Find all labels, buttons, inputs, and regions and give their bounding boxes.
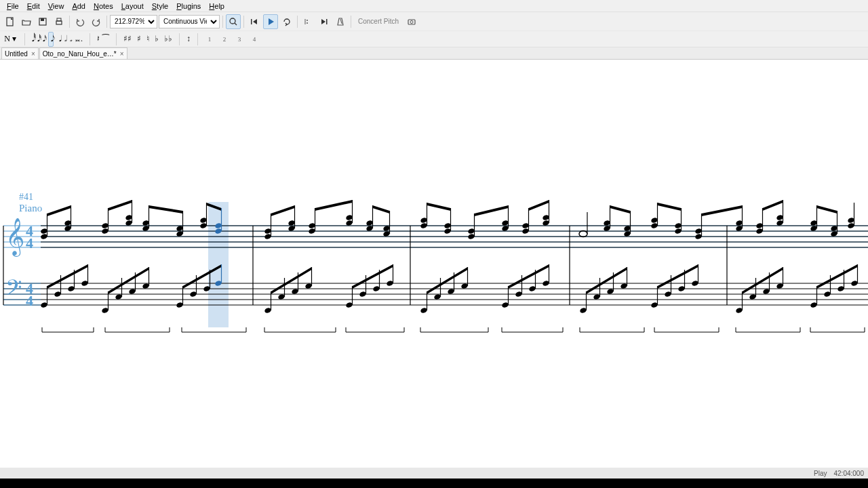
accidental-sharp[interactable]: ♯	[137, 34, 141, 44]
svg-marker-84	[315, 200, 353, 211]
svg-point-14	[410, 20, 413, 23]
playback-cursor	[208, 202, 229, 327]
svg-rect-3	[56, 21, 62, 24]
accidental-double-flat[interactable]: ♭♭	[164, 34, 172, 44]
voice-3[interactable]: 3	[235, 34, 244, 45]
zoom-tool[interactable]	[226, 14, 241, 29]
svg-marker-56	[108, 200, 132, 211]
flip-stem[interactable]: ↕	[186, 34, 191, 44]
concert-pitch-label: Concert Pitch	[354, 18, 403, 25]
voice-4[interactable]: 4	[250, 34, 259, 45]
status-position: 42:04:000	[834, 470, 865, 477]
menu-help[interactable]: Help	[205, 2, 229, 10]
svg-marker-126	[658, 203, 682, 211]
menu-plugins[interactable]: Plugins	[172, 2, 205, 10]
accidental-flat[interactable]: ♭	[155, 34, 159, 44]
menu-edit[interactable]: Edit	[23, 2, 44, 10]
svg-point-10	[307, 22, 308, 24]
close-icon[interactable]: ×	[120, 50, 124, 58]
staff-label: #41 Piano	[19, 192, 42, 214]
svg-rect-2	[41, 18, 44, 21]
svg-marker-133	[702, 205, 743, 216]
duration-8th[interactable]: 𝅘𝅥𝅮	[48, 32, 54, 47]
svg-point-9	[307, 20, 308, 21]
svg-line-6	[235, 23, 237, 25]
view-mode-select[interactable]: Continuous View	[159, 15, 220, 28]
svg-text:𝄢: 𝄢	[5, 276, 22, 304]
voice-1[interactable]: 1	[205, 34, 214, 45]
svg-rect-4	[57, 18, 61, 21]
menu-notes[interactable]: Notes	[90, 2, 117, 10]
svg-marker-105	[475, 205, 509, 216]
svg-marker-98	[427, 203, 451, 211]
svg-marker-192	[353, 264, 393, 289]
close-icon[interactable]: ×	[31, 50, 35, 58]
music-notation: 𝄞 𝄢 4 4 4 4	[0, 60, 868, 473]
tab-oto[interactable]: Oto_no_Naru_Hou_e…*×	[39, 47, 127, 59]
svg-marker-112	[529, 200, 549, 211]
menu-view[interactable]: View	[44, 2, 68, 10]
svg-point-286	[579, 231, 587, 237]
loop-button[interactable]	[279, 14, 294, 29]
status-bar: Play 42:04:000	[0, 468, 868, 479]
svg-marker-237	[743, 267, 783, 294]
document-tabs: Untitled× Oto_no_Naru_Hou_e…*×	[0, 47, 868, 60]
voice-2[interactable]: 2	[220, 34, 229, 45]
svg-marker-201	[427, 267, 468, 294]
note-input-toolbar: N ▾ 𝅘𝅥𝅱 𝅘𝅥𝅰 𝅘𝅥𝅯 𝅘𝅥𝅮 𝅘𝅥 𝅗𝅥 𝅗 𝅜 . 𝄽 ⁀ ♯♯ ♯…	[0, 31, 868, 47]
svg-marker-119	[610, 205, 631, 214]
svg-marker-228	[658, 264, 698, 289]
menu-style[interactable]: Style	[148, 2, 172, 10]
note-input-mode[interactable]: N ▾	[3, 32, 18, 47]
menubar: File Edit View Add Notes Layout Style Pl…	[0, 0, 868, 12]
svg-point-5	[230, 18, 235, 24]
svg-line-12	[340, 19, 342, 24]
svg-rect-7	[251, 19, 252, 24]
svg-marker-63	[149, 205, 183, 214]
svg-marker-147	[817, 205, 837, 214]
tie-toggle[interactable]: ⁀	[102, 34, 109, 44]
play-button[interactable]	[263, 14, 278, 29]
zoom-select[interactable]: 212.972%	[110, 15, 157, 28]
menu-layout[interactable]: Layout	[117, 2, 148, 10]
menu-add[interactable]: Add	[68, 2, 90, 10]
accidental-double-sharp[interactable]: ♯♯	[123, 34, 132, 44]
score-view[interactable]: #41 Piano	[0, 60, 868, 473]
svg-rect-11	[326, 19, 328, 24]
svg-marker-165	[108, 267, 149, 294]
screenshot-button[interactable]	[404, 14, 419, 29]
skip-button[interactable]	[317, 14, 332, 29]
status-mode: Play	[814, 470, 827, 477]
svg-marker-210	[509, 264, 549, 289]
svg-marker-49	[47, 205, 71, 216]
accidental-natural[interactable]: ♮	[146, 34, 149, 44]
bottom-border	[0, 479, 868, 488]
svg-marker-91	[373, 205, 390, 214]
svg-text:4: 4	[26, 292, 33, 309]
open-button[interactable]	[19, 14, 34, 29]
save-button[interactable]	[35, 14, 50, 29]
svg-marker-219	[587, 267, 627, 294]
main-toolbar: 212.972% Continuous View Concert Pitch	[0, 12, 868, 31]
metronome-button[interactable]	[333, 14, 348, 29]
svg-text:4: 4	[26, 235, 33, 251]
svg-marker-246	[817, 264, 858, 289]
svg-text:𝄞: 𝄞	[5, 218, 24, 257]
svg-marker-183	[271, 267, 312, 294]
svg-marker-140	[763, 200, 783, 211]
undo-button[interactable]	[73, 14, 87, 29]
new-button[interactable]	[3, 14, 18, 29]
menu-file[interactable]: File	[3, 2, 23, 10]
repeat-button[interactable]	[300, 14, 315, 29]
redo-button[interactable]	[89, 14, 104, 29]
svg-marker-77	[271, 205, 295, 216]
rewind-button[interactable]	[247, 14, 262, 29]
tab-untitled[interactable]: Untitled×	[1, 47, 39, 59]
svg-marker-156	[47, 264, 88, 289]
print-button[interactable]	[52, 14, 66, 29]
duration-dot[interactable]: .	[81, 34, 83, 44]
